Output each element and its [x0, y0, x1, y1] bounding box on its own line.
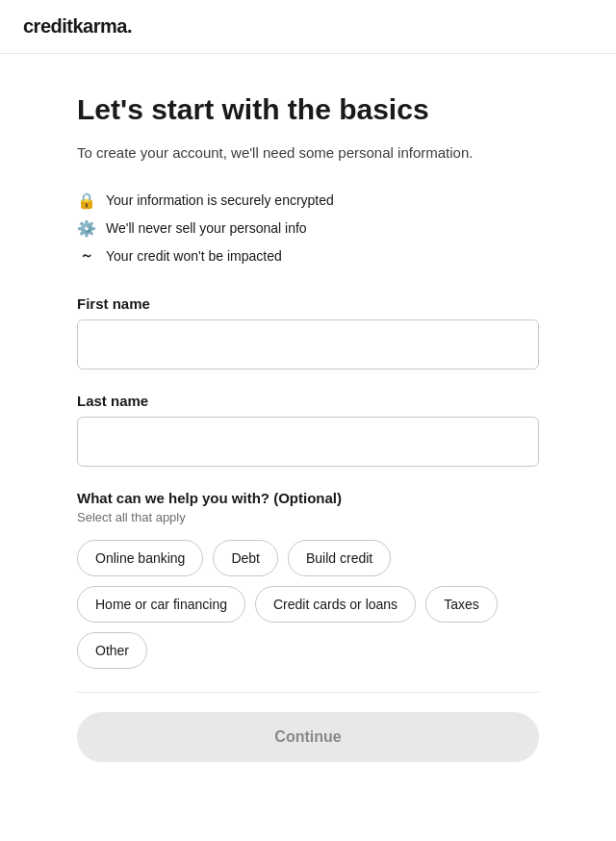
chip-debt-label: Debt [231, 550, 260, 566]
first-name-input[interactable] [77, 319, 539, 370]
page-title: Let's start with the basics [77, 92, 539, 127]
gear-icon: ⚙️ [77, 219, 96, 238]
chips-row-3: Other [77, 632, 539, 669]
chip-home-car-financing[interactable]: Home or car financing [77, 586, 245, 623]
continue-button[interactable]: Continue [77, 712, 539, 762]
feature-text-credit: Your credit won't be impacted [106, 248, 282, 264]
pulse-icon: ～ [77, 247, 96, 265]
feature-text-encrypt: Your information is securely encrypted [106, 192, 334, 208]
header: creditkarma. [0, 0, 616, 54]
feature-text-sell: We'll never sell your personal info [106, 220, 307, 236]
logo-dot: . [127, 15, 132, 37]
last-name-input[interactable] [77, 417, 539, 467]
chip-online-banking-label: Online banking [95, 550, 185, 566]
chip-home-car-financing-label: Home or car financing [95, 597, 227, 612]
chips-row-1: Online banking Debt Build credit [77, 540, 539, 576]
chip-online-banking[interactable]: Online banking [77, 540, 203, 576]
logo: creditkarma. [23, 15, 593, 38]
chip-build-credit-label: Build credit [306, 550, 372, 566]
chip-build-credit[interactable]: Build credit [288, 540, 391, 576]
feature-item-encrypt: 🔒 Your information is securely encrypted [77, 191, 539, 210]
chips-row-2: Home or car financing Credit cards or lo… [77, 586, 539, 623]
feature-item-sell: ⚙️ We'll never sell your personal info [77, 219, 539, 238]
chip-taxes-label: Taxes [444, 597, 479, 612]
chip-debt[interactable]: Debt [213, 540, 278, 576]
last-name-label: Last name [77, 393, 539, 409]
chip-other[interactable]: Other [77, 632, 147, 669]
last-name-group: Last name [77, 393, 539, 467]
page-subtitle: To create your account, we'll need some … [77, 142, 539, 165]
help-subtitle: Select all that apply [77, 510, 539, 524]
first-name-group: First name [77, 295, 539, 370]
main-content: Let's start with the basics To create yo… [0, 54, 616, 693]
help-title: What can we help you with? (Optional) [77, 490, 539, 506]
features-list: 🔒 Your information is securely encrypted… [77, 191, 539, 265]
logo-text: creditkarma [23, 15, 127, 37]
first-name-label: First name [77, 295, 539, 312]
help-section: What can we help you with? (Optional) Se… [77, 490, 539, 669]
chip-other-label: Other [95, 643, 129, 658]
chip-taxes[interactable]: Taxes [425, 586, 498, 623]
chip-credit-cards-loans-label: Credit cards or loans [273, 597, 398, 612]
footer: Continue [0, 693, 616, 781]
chip-credit-cards-loans[interactable]: Credit cards or loans [255, 586, 416, 623]
lock-icon: 🔒 [77, 191, 96, 210]
feature-item-credit: ～ Your credit won't be impacted [77, 247, 539, 265]
